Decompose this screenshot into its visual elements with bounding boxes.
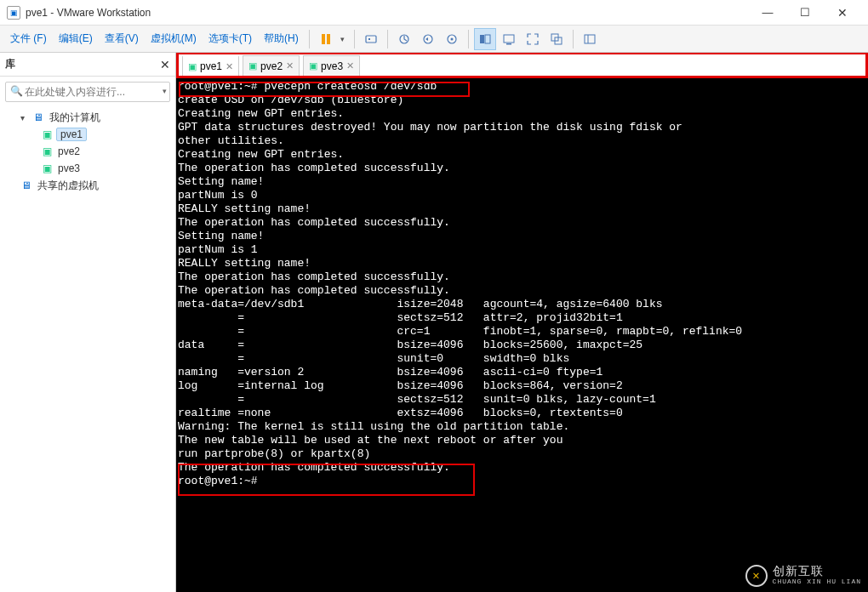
- svg-rect-8: [504, 35, 514, 43]
- menu-help[interactable]: 帮助(H): [259, 28, 304, 49]
- content-area: ▣ pve1 ✕ ▣ pve2 ✕ ▣ pve3 ✕ root@pve1:~# …: [176, 53, 868, 592]
- terminal-line: partNum is 1: [178, 243, 868, 257]
- sidebar-title: 库: [5, 57, 160, 71]
- tab-label: pve3: [321, 60, 343, 72]
- svg-rect-9: [506, 43, 511, 45]
- snapshot-manage-icon[interactable]: [441, 28, 463, 50]
- terminal-line: run partprobe(8) or kpartx(8): [178, 447, 868, 461]
- pause-button[interactable]: [315, 28, 337, 50]
- terminal-line: = sectsz=512 sunit=0 blks, lazy-count=1: [178, 393, 868, 407]
- send-ctrl-alt-del-icon[interactable]: [360, 28, 382, 50]
- terminal-line: Setting name!: [178, 175, 868, 189]
- terminal-line: root@pve1:~#: [178, 475, 868, 488]
- titlebar: ▣ pve1 - VMware Workstation — ☐ ✕: [0, 0, 868, 26]
- workspace: 库 ✕ 🔍 ▾ ▾ 🖥 我的计算机 ▣ pve1 ▣ pve2: [0, 53, 868, 592]
- menu-vm[interactable]: 虚拟机(M): [146, 28, 202, 49]
- terminal-line: data = bsize=4096 blocks=25600, imaxpct=…: [178, 339, 868, 352]
- tree-node-pve2[interactable]: ▣ pve2: [3, 143, 172, 160]
- close-button[interactable]: ✕: [824, 1, 861, 25]
- shared-icon: 🖥: [20, 179, 32, 191]
- vm-icon: ▣: [41, 128, 53, 140]
- vm-icon: ▣: [188, 61, 197, 72]
- view-console-icon[interactable]: [498, 28, 520, 50]
- svg-rect-1: [368, 38, 370, 40]
- svg-rect-7: [485, 35, 490, 43]
- tab-pve1[interactable]: ▣ pve1 ✕: [182, 55, 239, 76]
- watermark-logo-icon: ✕: [745, 565, 768, 587]
- svg-rect-12: [585, 35, 595, 43]
- terminal-line: REALLY setting name!: [178, 257, 868, 270]
- search-icon: 🔍: [10, 85, 23, 97]
- search-box: 🔍 ▾: [5, 82, 170, 102]
- terminal-line: realtime =none extsz=4096 blocks=0, rtex…: [178, 407, 868, 420]
- sidebar: 库 ✕ 🔍 ▾ ▾ 🖥 我的计算机 ▣ pve1 ▣ pve2: [0, 53, 176, 592]
- tree-label: pve3: [56, 162, 82, 174]
- vm-icon: ▣: [248, 60, 257, 71]
- separator: [573, 30, 574, 48]
- terminal-line: meta-data=/dev/sdb1 isize=2048 agcount=4…: [178, 298, 868, 311]
- vm-icon: ▣: [41, 162, 53, 174]
- terminal-line: Setting name!: [178, 230, 868, 243]
- app-icon: ▣: [7, 6, 20, 20]
- pause-dropdown[interactable]: ▾: [337, 28, 349, 50]
- terminal-line: The operation has completed successfully…: [178, 162, 868, 175]
- tab-pve2[interactable]: ▣ pve2 ✕: [243, 55, 300, 76]
- terminal-line: The operation has completed successfully…: [178, 461, 868, 475]
- tab-close-icon[interactable]: ✕: [346, 60, 354, 71]
- tree-label: pve1: [56, 128, 87, 141]
- library-toggle-icon[interactable]: [579, 28, 601, 50]
- tab-pve3[interactable]: ▣ pve3 ✕: [303, 55, 360, 76]
- terminal-line: The new table will be used at the next r…: [178, 434, 868, 447]
- watermark-text: 创新互联: [773, 566, 861, 578]
- fullscreen-icon[interactable]: [522, 28, 544, 50]
- separator: [354, 30, 355, 48]
- tree-node-pve1[interactable]: ▣ pve1: [3, 126, 172, 143]
- sidebar-close-icon[interactable]: ✕: [160, 58, 170, 71]
- search-input[interactable]: [5, 82, 170, 102]
- maximize-button[interactable]: ☐: [786, 1, 824, 25]
- vm-icon: ▣: [41, 145, 53, 157]
- menu-view[interactable]: 查看(V): [100, 28, 144, 49]
- tab-close-icon[interactable]: ✕: [286, 60, 294, 71]
- terminal-line: REALLY setting name!: [178, 202, 868, 216]
- separator: [468, 30, 469, 48]
- window-title: pve1 - VMware Workstation: [26, 7, 151, 19]
- search-dropdown-icon[interactable]: ▾: [163, 87, 167, 95]
- tree-node-pve3[interactable]: ▣ pve3: [3, 160, 172, 177]
- minimize-button[interactable]: —: [749, 1, 786, 25]
- svg-rect-6: [480, 35, 484, 43]
- terminal-line: = sunit=0 swidth=0 blks: [178, 352, 868, 366]
- menu-file[interactable]: 文件 (F): [5, 28, 52, 49]
- vm-icon: ▣: [309, 60, 317, 71]
- terminal-line: = crc=1 finobt=1, sparse=0, rmapbt=0, re…: [178, 325, 868, 339]
- terminal-line: Creating new GPT entries.: [178, 107, 868, 121]
- svg-point-5: [450, 37, 453, 40]
- separator: [387, 30, 388, 48]
- terminal-line: naming =version 2 bsize=4096 ascii-ci=0 …: [178, 366, 868, 379]
- collapse-icon[interactable]: ▾: [20, 113, 29, 122]
- tabs-bar: ▣ pve1 ✕ ▣ pve2 ✕ ▣ pve3 ✕: [176, 53, 868, 78]
- tree-my-computer[interactable]: ▾ 🖥 我的计算机: [3, 109, 172, 126]
- terminal-line: The operation has completed successfully…: [178, 284, 868, 298]
- view-thumbnail-icon[interactable]: [474, 28, 496, 50]
- menubar: 文件 (F) 编辑(E) 查看(V) 虚拟机(M) 选项卡(T) 帮助(H) ▾: [0, 26, 868, 53]
- unity-icon[interactable]: [545, 28, 568, 50]
- snapshot-revert-icon[interactable]: [417, 28, 439, 50]
- terminal-line: Warning: The kernel is still using the o…: [178, 420, 868, 434]
- svg-rect-0: [366, 36, 376, 43]
- vm-tree: ▾ 🖥 我的计算机 ▣ pve1 ▣ pve2 ▣ pve3 🖥 共享的虚拟机: [0, 107, 175, 196]
- tree-label: pve2: [56, 145, 82, 157]
- terminal-line: partNum is 0: [178, 189, 868, 202]
- computer-icon: 🖥: [32, 111, 44, 123]
- snapshot-icon[interactable]: [393, 28, 415, 50]
- terminal-line: log =internal log bsize=4096 blocks=864,…: [178, 379, 868, 393]
- menu-tabs[interactable]: 选项卡(T): [203, 28, 257, 49]
- terminal-line: other utilities.: [178, 134, 868, 148]
- watermark-subtext: CHUANG XIN HU LIAN: [773, 578, 861, 586]
- tree-label: 共享的虚拟机: [36, 179, 100, 193]
- tree-shared[interactable]: 🖥 共享的虚拟机: [3, 177, 172, 194]
- terminal-line: create OSD on /dev/sdb (bluestore): [178, 94, 868, 107]
- menu-edit[interactable]: 编辑(E): [54, 28, 98, 49]
- tab-close-icon[interactable]: ✕: [226, 61, 233, 72]
- terminal[interactable]: root@pve1:~# pveceph createosd /dev/sdb …: [176, 78, 868, 592]
